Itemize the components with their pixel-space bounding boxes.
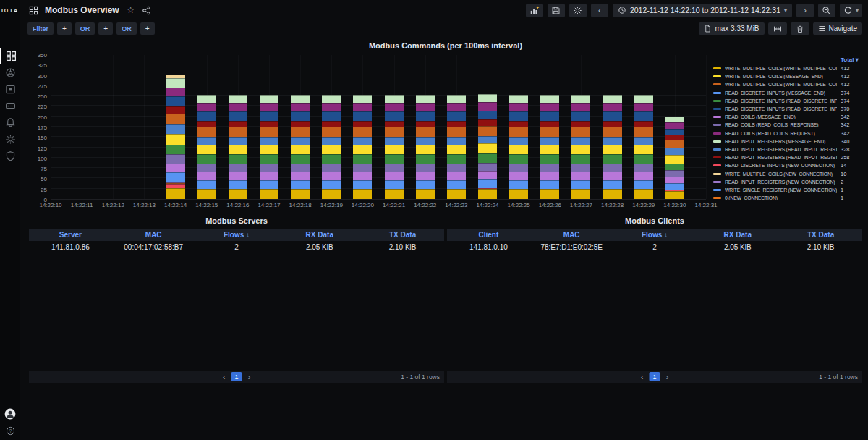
time-forward-button[interactable]: › [796, 4, 814, 17]
sidebar-item-dashboards[interactable] [0, 48, 20, 64]
next-page-button[interactable]: › [244, 372, 255, 382]
filter-toolbar: Filter + OR + OR + max 3.33 MiB [20, 20, 868, 37]
page-number-button[interactable]: 1 [231, 372, 242, 381]
bar-segment [603, 103, 622, 111]
bar-segment [197, 127, 216, 137]
or-button-1[interactable]: OR [75, 22, 95, 35]
stacked-bar [571, 95, 590, 199]
bar-segment [478, 102, 497, 110]
legend-label: WRITE_SINGLE_REGISTER (NEW_CONNECTION) [725, 187, 837, 192]
bar-segment [166, 124, 185, 134]
rows-range-info: 1 - 1 of 1 rows [819, 373, 862, 381]
filter-button[interactable]: Filter [27, 22, 54, 35]
legend-item[interactable]: READ_COILS (READ_COILS_RESPONSE)342 [713, 121, 862, 129]
legend-item[interactable]: READ_INPUT_REGISTERS (READ_INPUT_REGISTE… [713, 153, 862, 161]
legend-label: WRITE_MULTIPLE_COILS (MESSAGE_END) [725, 74, 837, 79]
bar-segment [665, 191, 684, 199]
bar-segment [540, 180, 559, 190]
column-header-tx-data[interactable]: TX Data [361, 231, 444, 239]
legend-item[interactable]: WRITE_MULTIPLE_COILS (WRITE_MULTIPLE_COI… [713, 64, 862, 72]
legend-item[interactable]: READ_INPUT_REGISTERS (READ_INPUT_REGISTE… [713, 145, 862, 153]
next-page-button[interactable]: › [663, 372, 673, 382]
table-cell: 141.81.0.10 [447, 243, 530, 251]
legend-item[interactable]: WRITE_SINGLE_REGISTER (NEW_CONNECTION)1 [713, 186, 862, 194]
bar-segment [385, 164, 404, 172]
bar-segment [260, 172, 278, 179]
bar-segment [197, 189, 216, 199]
x-tick-label: 14:22:17 [258, 202, 280, 208]
sidebar-item-panels[interactable] [0, 81, 20, 98]
chart-sparkle-icon-button[interactable] [526, 4, 543, 17]
settings-gear-icon-button[interactable] [569, 4, 587, 17]
bar-segment [166, 106, 185, 114]
user-avatar[interactable] [4, 408, 16, 420]
v-gridline [144, 55, 145, 199]
or-button-2[interactable]: OR [116, 22, 137, 35]
column-header-mac[interactable]: MAC [530, 231, 613, 239]
bar-segment [571, 189, 590, 199]
bar-segment [353, 127, 372, 137]
bar-segment [385, 189, 404, 199]
bar-segment [197, 95, 216, 103]
x-tick-label: 14:22:24 [476, 202, 498, 208]
dashboard-breadcrumb-grid-icon[interactable] [27, 4, 39, 16]
column-header-flows[interactable]: Flows ↓ [195, 231, 278, 239]
bar-segment [322, 95, 341, 103]
column-header-rx-data[interactable]: RX Data [696, 231, 779, 239]
time-range-picker[interactable]: 2012-11-12 14:22:10 to 2012-11-12 14:22:… [613, 4, 792, 17]
table-row: 141.81.0.1078:E7:D1:E0:02:5E22.05 KiB2.1… [447, 241, 862, 253]
page-number-button[interactable]: 1 [650, 372, 660, 381]
fit-width-icon-button[interactable] [768, 22, 787, 35]
legend-item[interactable]: 0 (NEW_CONNECTION)1 [713, 194, 862, 202]
sidebar-item-storage[interactable] [0, 98, 20, 114]
legend-item[interactable]: READ_COILS (MESSAGE_END)342 [713, 113, 862, 121]
save-icon-button[interactable] [548, 4, 565, 17]
stacked-bar [291, 95, 310, 199]
zoom-out-icon-button[interactable] [818, 4, 835, 17]
legend-item[interactable]: WRITE_MULTIPLE_COILS (WRITE_MULTIPLE_COI… [713, 80, 862, 88]
bar-segment [291, 189, 310, 199]
v-gridline [706, 55, 707, 199]
legend-total: 340 [841, 138, 862, 145]
bar-segment [540, 164, 559, 172]
star-icon[interactable]: ☆ [125, 4, 137, 16]
add-filter-button[interactable]: + [57, 22, 72, 35]
bar-segment [571, 180, 590, 190]
navigate-button[interactable]: Navigate [813, 22, 862, 35]
prev-page-button[interactable]: ‹ [637, 372, 647, 382]
legend-item[interactable]: READ_DISCRETE_INPUTS (READ_DISCRETE_INPU… [713, 105, 862, 113]
column-header-server[interactable]: Server [29, 231, 112, 239]
sidebar-item-settings[interactable] [0, 131, 20, 148]
trash-icon-button[interactable] [791, 22, 809, 35]
time-back-button[interactable]: ‹ [591, 4, 608, 17]
sidebar-item-security[interactable] [0, 148, 20, 164]
share-icon[interactable] [141, 4, 153, 16]
legend-item[interactable]: READ_COILS (READ_COILS_REQUEST)342 [713, 130, 862, 138]
column-header-flows[interactable]: Flows ↓ [613, 231, 697, 239]
legend-item[interactable]: READ_INPUT_REGISTERS (MESSAGE_END)340 [713, 138, 862, 145]
monitor-icon [5, 84, 16, 95]
column-header-mac[interactable]: MAC [112, 231, 195, 239]
prev-page-button[interactable]: ‹ [219, 372, 229, 382]
legend-item[interactable]: READ_DISCRETE_INPUTS (MESSAGE_END)374 [713, 89, 862, 97]
legend-total-sort-header[interactable]: Total ▾ [841, 56, 862, 63]
legend-item[interactable]: WRITE_MULTIPLE_COILS (MESSAGE_END)412 [713, 72, 862, 80]
legend-swatch [713, 83, 721, 85]
refresh-button[interactable]: ▾ [840, 4, 862, 17]
help-icon[interactable]: ? [6, 426, 15, 436]
sidebar-item-alerts[interactable] [0, 114, 20, 131]
legend-item[interactable]: READ_INPUT_REGISTERS (NEW_CONNECTION)2 [713, 178, 862, 186]
column-header-tx-data[interactable]: TX Data [779, 231, 862, 239]
column-header-rx-data[interactable]: RX Data [278, 231, 361, 239]
bar-segment [478, 136, 497, 144]
legend-item[interactable]: READ_DISCRETE_INPUTS (READ_DISCRETE_INPU… [713, 97, 862, 105]
bar-segment [665, 164, 684, 170]
column-header-client[interactable]: Client [447, 231, 530, 239]
legend-item[interactable]: WRITE_MULTIPLE_COILS (NEW_CONNECTION)10 [713, 169, 862, 177]
add-or-button-2[interactable]: + [140, 22, 155, 35]
legend-item[interactable]: READ_DISCRETE_INPUTS (NEW_CONNECTION)14 [713, 161, 862, 169]
table-title: Modbus Servers [29, 216, 444, 225]
add-or-button-1[interactable]: + [98, 22, 113, 35]
sidebar-item-analytics[interactable] [0, 64, 20, 81]
max-size-button[interactable]: max 3.33 MiB [699, 22, 764, 35]
